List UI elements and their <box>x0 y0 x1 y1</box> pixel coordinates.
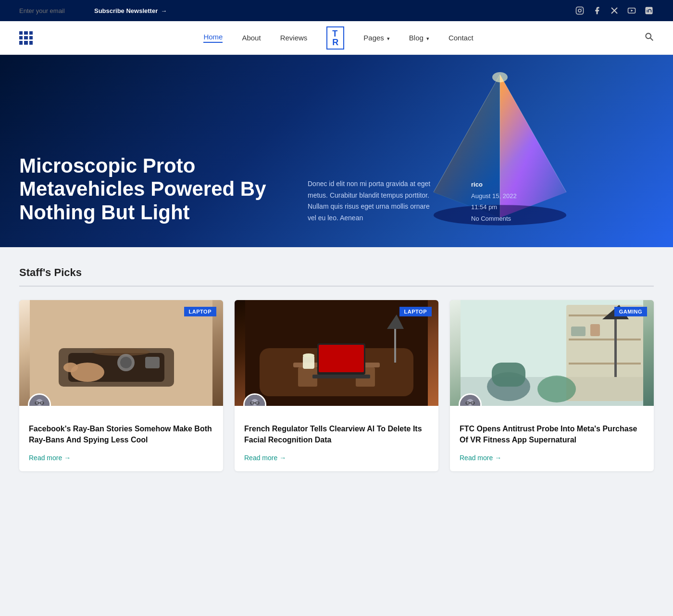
hero-author: rico <box>471 179 517 190</box>
email-input[interactable] <box>19 7 87 14</box>
svg-rect-55 <box>569 363 641 365</box>
card-1: LAPTOP <box>19 300 223 471</box>
hero-section: Microscopic Proto Metavehicles Powered B… <box>0 55 673 247</box>
svg-rect-37 <box>319 345 364 372</box>
hero-time: 11:54 pm <box>471 201 517 213</box>
linkedin-icon[interactable] <box>644 6 654 15</box>
pages-chevron <box>386 34 390 42</box>
svg-point-40 <box>303 353 314 357</box>
hero-meta: rico August 15, 2022 11:54 pm No Comment… <box>471 179 517 224</box>
svg-rect-62 <box>590 324 600 336</box>
svg-point-64 <box>467 399 474 406</box>
card-1-image: LAPTOP <box>19 300 223 406</box>
svg-rect-38 <box>312 375 370 378</box>
staff-picks-section: Staff's Picks <box>0 247 673 490</box>
social-links <box>575 6 654 15</box>
card-1-body: Facebook's Ray-Ban Stories Somehow Make … <box>19 406 223 471</box>
svg-rect-59 <box>614 319 617 377</box>
svg-rect-57 <box>492 363 525 387</box>
svg-point-14 <box>492 72 508 82</box>
svg-rect-39 <box>303 355 314 369</box>
nav-item-contact[interactable]: Contact <box>449 34 474 42</box>
card-1-badge: LAPTOP <box>184 307 216 316</box>
card-3: GAMING FTC Opens Antit <box>450 300 654 471</box>
svg-point-23 <box>120 357 132 368</box>
nav-item-pages[interactable]: Pages <box>363 34 390 42</box>
card-3-image: GAMING <box>450 300 654 406</box>
svg-rect-24 <box>145 357 160 368</box>
svg-point-44 <box>251 399 258 406</box>
nav-item-blog[interactable]: Blog <box>409 34 429 42</box>
twitter-icon[interactable] <box>610 6 619 15</box>
card-2-read-more[interactable]: Read more → <box>244 454 429 462</box>
card-2-image: LAPTOP <box>235 300 438 406</box>
svg-point-26 <box>36 399 43 406</box>
section-title: Staff's Picks <box>19 266 654 287</box>
nav-item-reviews[interactable]: Reviews <box>280 34 308 42</box>
svg-rect-54 <box>569 339 641 340</box>
card-1-read-more[interactable]: Read more → <box>29 454 213 462</box>
logo-grid[interactable] <box>19 31 33 45</box>
brand-logo: T R <box>326 26 344 50</box>
subscribe-button[interactable]: Subscribe Newsletter → <box>94 7 167 14</box>
card-3-title: FTC Opens Antitrust Probe Into Meta's Pu… <box>460 423 644 445</box>
nav-item-home[interactable]: Home <box>203 33 223 43</box>
card-1-title: Facebook's Ray-Ban Stories Somehow Make … <box>29 423 213 445</box>
cards-grid: LAPTOP <box>19 300 654 471</box>
svg-rect-0 <box>576 7 584 14</box>
nav-menu: Home About Reviews T R Pages Blog Contac… <box>203 26 473 50</box>
hero-comments: No Comments <box>471 213 517 224</box>
svg-point-19 <box>92 348 150 356</box>
card-2-badge: LAPTOP <box>399 307 432 316</box>
svg-point-1 <box>578 9 581 12</box>
navbar: Home About Reviews T R Pages Blog Contac… <box>0 21 673 55</box>
svg-point-2 <box>581 8 582 9</box>
top-bar: Subscribe Newsletter → <box>0 0 673 21</box>
youtube-icon[interactable] <box>627 6 636 15</box>
search-icon[interactable] <box>644 32 654 44</box>
card-2-title: French Regulator Tells Clearview AI To D… <box>244 423 429 445</box>
hero-excerpt: Donec id elit non mi porta gravida at eg… <box>308 178 433 224</box>
svg-marker-4 <box>631 10 634 12</box>
card-3-read-more[interactable]: Read more → <box>460 454 644 462</box>
hero-date: August 15, 2022 <box>471 190 517 201</box>
facebook-icon[interactable] <box>592 6 602 15</box>
card-2-body: French Regulator Tells Clearview AI To D… <box>235 406 438 471</box>
svg-rect-41 <box>394 329 396 363</box>
instagram-icon[interactable] <box>575 6 585 15</box>
svg-point-6 <box>646 33 651 38</box>
svg-line-7 <box>650 38 653 40</box>
svg-point-21 <box>63 363 78 372</box>
card-3-body: FTC Opens Antitrust Probe Into Meta's Pu… <box>450 406 654 471</box>
blog-chevron <box>425 34 429 42</box>
card-3-badge: GAMING <box>614 307 647 316</box>
svg-rect-61 <box>571 327 586 336</box>
top-bar-left: Subscribe Newsletter → <box>19 7 167 14</box>
card-2: LAPTOP French Regulato <box>235 300 438 471</box>
svg-point-58 <box>537 376 576 402</box>
hero-title: Microscopic Proto Metavehicles Powered B… <box>19 154 269 224</box>
hero-content: Microscopic Proto Metavehicles Powered B… <box>0 154 673 224</box>
nav-item-about[interactable]: About <box>242 34 261 42</box>
